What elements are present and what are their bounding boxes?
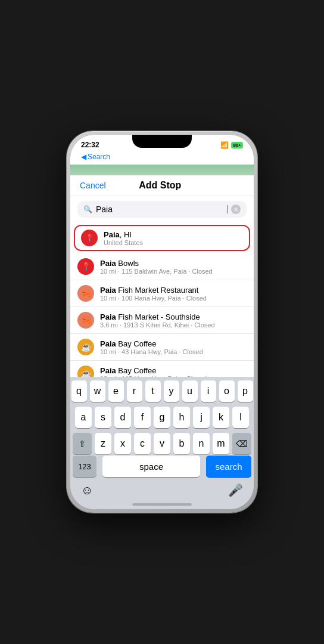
key-e[interactable]: e (108, 380, 124, 402)
phone-inner: 22:32 📶 80+ ◀ Search Cancel Add Stop (70, 135, 254, 509)
result-icon-pin: 📍 (81, 230, 98, 246)
key-k[interactable]: k (213, 407, 229, 428)
keyboard-bottom-row: 123 space search (70, 456, 254, 481)
key-p[interactable]: p (238, 380, 253, 402)
result-title-paia-fish-2: Paia Fish Market - Southside (100, 312, 247, 321)
key-s[interactable]: s (95, 407, 111, 428)
result-text-paia-fish-1: Paia Fish Market Restaurant 10 mi · 100 … (100, 286, 247, 302)
result-text-paia-hi: Paia, HI United States (104, 230, 243, 246)
emoji-key[interactable]: ☺ (81, 484, 93, 497)
key-w[interactable]: w (90, 380, 105, 402)
key-b[interactable]: b (173, 433, 190, 454)
keyboard: q w e r t y u i o p a s (70, 377, 254, 509)
result-item-paia-fish-1[interactable]: 🦐 Paia Fish Market Restaurant 10 mi · 10… (70, 280, 254, 307)
result-title-paia-bowls: Paia Bowls (100, 259, 247, 268)
result-subtitle-paia-fish-2: 3.6 mi · 1913 S Kihei Rd, Kihei · Closed (100, 321, 247, 329)
back-arrow-icon: ◀ (81, 153, 86, 161)
key-l[interactable]: l (232, 407, 249, 428)
keyboard-row-3: ⇧ z x c v b n m ⌫ (73, 433, 251, 454)
result-icon-bowl: 📍 (77, 258, 94, 275)
keyboard-rows: q w e r t y u i o p a s (70, 377, 254, 456)
key-z[interactable]: z (95, 433, 111, 454)
result-subtitle-paia-coffee-2: 10 mi · 115 Hana Hwy, Paia · Closed (100, 375, 247, 377)
shift-key[interactable]: ⇧ (73, 433, 92, 454)
key-c[interactable]: c (134, 433, 151, 454)
phone-frame: 22:32 📶 80+ ◀ Search Cancel Add Stop (67, 131, 257, 513)
numbers-key[interactable]: 123 (73, 456, 96, 477)
screen: 22:32 📶 80+ ◀ Search Cancel Add Stop (70, 135, 254, 509)
key-a[interactable]: a (75, 407, 92, 428)
key-t[interactable]: t (145, 380, 161, 402)
key-j[interactable]: j (193, 407, 210, 428)
status-time: 22:32 (81, 141, 99, 149)
result-item-paia-bowls[interactable]: 📍 Paia Bowls 10 mi · 115 Baldwin Ave, Pa… (70, 253, 254, 280)
result-text-paia-bowls: Paia Bowls 10 mi · 115 Baldwin Ave, Paia… (100, 259, 247, 275)
back-nav-label[interactable]: Search (88, 153, 110, 161)
clear-button[interactable]: ✕ (231, 205, 241, 214)
result-icon-coffee2: ☕ (77, 366, 94, 377)
key-m[interactable]: m (213, 433, 229, 454)
mic-key[interactable]: 🎤 (228, 483, 243, 497)
result-subtitle-paia-bowls: 10 mi · 115 Baldwin Ave, Paia · Closed (100, 268, 247, 275)
key-r[interactable]: r (127, 380, 142, 402)
key-i[interactable]: i (201, 380, 216, 402)
key-v[interactable]: v (154, 433, 170, 454)
result-item-paia-coffee-2[interactable]: ☕ Paia Bay Coffee 10 mi · 115 Hana Hwy, … (70, 361, 254, 377)
result-title-paia-coffee-2: Paia Bay Coffee (100, 366, 247, 375)
space-key[interactable]: space (102, 456, 200, 477)
maps-background (70, 165, 254, 175)
result-text-paia-coffee-2: Paia Bay Coffee 10 mi · 115 Hana Hwy, Pa… (100, 366, 247, 377)
result-title-paia-coffee-1: Paia Bay Coffee (100, 339, 247, 348)
key-g[interactable]: g (154, 407, 170, 428)
key-q[interactable]: q (71, 380, 87, 402)
result-icon-coffee1: ☕ (77, 339, 94, 355)
result-icon-fish2: 🦐 (77, 312, 94, 329)
search-field[interactable]: 🔍 Paia ✕ (77, 201, 247, 218)
notch (132, 135, 192, 148)
result-item-paia-coffee-1[interactable]: ☕ Paia Bay Coffee 10 mi · 43 Hana Hwy, P… (70, 334, 254, 361)
key-f[interactable]: f (134, 407, 151, 428)
keyboard-row-1: q w e r t y u i o p (73, 380, 251, 402)
home-indicator (132, 503, 192, 506)
result-item-paia-hi[interactable]: 📍 Paia, HI United States (74, 225, 250, 251)
search-field-icon: 🔍 (83, 205, 92, 213)
search-input[interactable]: Paia (96, 205, 223, 214)
nav-bar: Cancel Add Stop (70, 175, 254, 196)
result-subtitle-paia-coffee-1: 10 mi · 43 Hana Hwy, Paia · Closed (100, 348, 247, 355)
battery-badge: 80+ (231, 142, 243, 148)
result-text-paia-fish-2: Paia Fish Market - Southside 3.6 mi · 19… (100, 312, 247, 329)
key-y[interactable]: y (164, 380, 179, 402)
key-o[interactable]: o (219, 380, 235, 402)
key-u[interactable]: u (182, 380, 198, 402)
nav-title: Add Stop (139, 180, 181, 191)
result-subtitle-paia-hi: United States (104, 239, 243, 246)
result-text-paia-coffee-1: Paia Bay Coffee 10 mi · 43 Hana Hwy, Pai… (100, 339, 247, 355)
results-list: 📍 Paia, HI United States 📍 Paia Bowls 10… (70, 222, 254, 377)
key-n[interactable]: n (193, 433, 210, 454)
back-nav[interactable]: ◀ Search (70, 151, 254, 165)
result-title-paia-hi: Paia, HI (104, 230, 243, 239)
cursor (227, 205, 228, 213)
result-subtitle-paia-fish-1: 10 mi · 100 Hana Hwy, Paia · Closed (100, 295, 247, 302)
result-item-paia-fish-2[interactable]: 🦐 Paia Fish Market - Southside 3.6 mi · … (70, 307, 254, 334)
key-h[interactable]: h (173, 407, 190, 428)
status-icons: 📶 80+ (220, 141, 243, 149)
wifi-icon: 📶 (220, 141, 229, 149)
key-d[interactable]: d (114, 407, 131, 428)
delete-key[interactable]: ⌫ (232, 433, 251, 454)
keyboard-row-2: a s d f g h j k l (73, 407, 251, 428)
search-container: 🔍 Paia ✕ (70, 196, 254, 222)
key-x[interactable]: x (114, 433, 131, 454)
search-key[interactable]: search (206, 456, 251, 477)
result-title-paia-fish-1: Paia Fish Market Restaurant (100, 286, 247, 295)
cancel-button[interactable]: Cancel (80, 181, 106, 190)
result-icon-fish1: 🦐 (77, 285, 94, 302)
